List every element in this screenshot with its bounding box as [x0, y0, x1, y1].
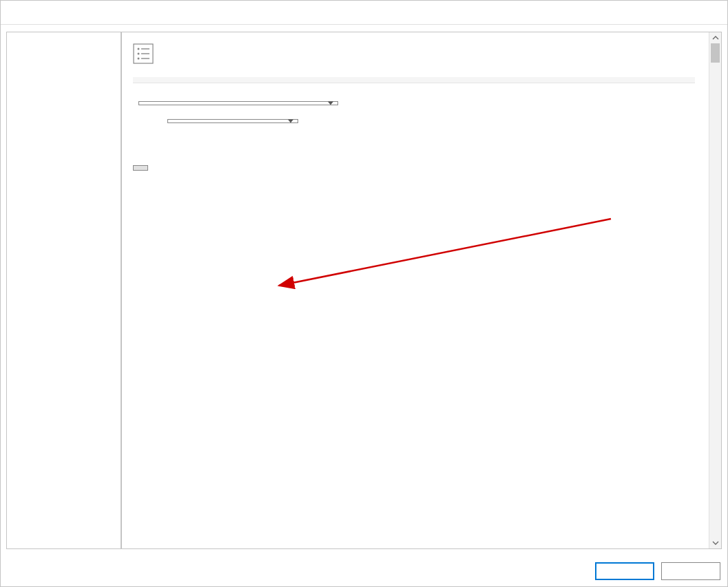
- panel-header: [133, 41, 695, 77]
- section-editing-options: [133, 77, 695, 83]
- scrollbar-vertical[interactable]: [709, 32, 721, 548]
- help-button[interactable]: [667, 1, 697, 24]
- select-update-style-match[interactable]: [138, 101, 338, 105]
- dialog-footer: [1, 556, 727, 586]
- content: [122, 32, 709, 548]
- scroll-down-arrow-icon[interactable]: [710, 537, 721, 548]
- ime-settings-button[interactable]: [133, 165, 148, 171]
- cancel-button[interactable]: [661, 562, 720, 580]
- select-default-paragraph-style[interactable]: [167, 119, 298, 123]
- word-options-dialog: [0, 0, 728, 587]
- svg-point-5: [138, 58, 140, 60]
- options-icon: [133, 43, 154, 66]
- scroll-thumb[interactable]: [711, 43, 720, 63]
- category-sidebar: [6, 32, 121, 549]
- dialog-body: [1, 25, 727, 556]
- scroll-up-arrow-icon[interactable]: [710, 32, 721, 43]
- main-panel: [121, 32, 722, 549]
- titlebar: [1, 1, 727, 24]
- close-button[interactable]: [697, 1, 727, 24]
- ok-button[interactable]: [595, 562, 654, 580]
- svg-point-1: [138, 48, 140, 50]
- svg-point-3: [138, 53, 140, 55]
